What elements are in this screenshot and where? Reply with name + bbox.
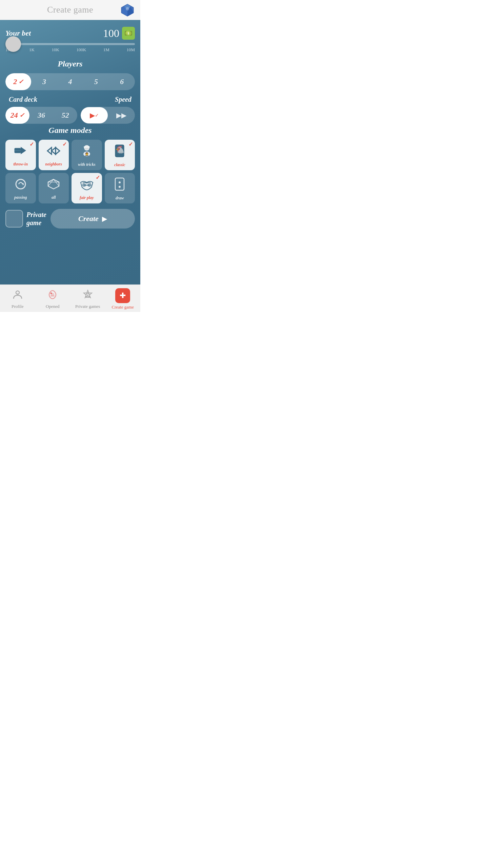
svg-point-16 bbox=[85, 146, 89, 150]
mode-classic[interactable]: ✓ 🐔 classic bbox=[105, 140, 135, 170]
slider-track bbox=[5, 43, 135, 45]
svg-marker-10 bbox=[21, 147, 26, 154]
passing-label: passing bbox=[14, 195, 27, 200]
svg-rect-31 bbox=[115, 178, 124, 190]
modes-grid: ✓ throw-in ✓ bbox=[5, 140, 135, 203]
draw-icon bbox=[115, 177, 125, 194]
private-game-wrap: Privategame bbox=[5, 210, 46, 228]
card-deck-label: Card deck bbox=[5, 96, 68, 103]
bottom-row: Privategame Create ▶ bbox=[5, 209, 135, 229]
player-option-2[interactable]: 2✓ bbox=[5, 73, 31, 90]
deck-option-36[interactable]: 36 bbox=[29, 107, 54, 124]
speed-option-fast[interactable]: ▶▶ bbox=[108, 107, 135, 123]
card-speed-labels: Card deck Speed bbox=[5, 96, 135, 103]
profile-nav-label: Profile bbox=[12, 304, 23, 309]
svg-point-33 bbox=[119, 186, 121, 188]
draw-label: draw bbox=[116, 196, 124, 201]
bet-value: 100 bbox=[103, 27, 119, 40]
classic-label: classic bbox=[114, 162, 125, 167]
svg-text:$: $ bbox=[128, 32, 129, 35]
create-game-icon: ✚ bbox=[115, 288, 130, 303]
passing-icon bbox=[15, 178, 27, 193]
svg-rect-17 bbox=[84, 146, 90, 147]
mode-draw[interactable]: draw bbox=[105, 173, 135, 203]
check-icon-fair-play: ✓ bbox=[96, 174, 100, 181]
svg-rect-11 bbox=[15, 150, 21, 151]
slider-label-10k: 10K bbox=[52, 47, 59, 53]
players-title: Players bbox=[5, 59, 135, 68]
player-option-4[interactable]: 4 bbox=[57, 73, 83, 90]
bottom-navigation: Profile Opened Private games ✚ bbox=[0, 284, 140, 312]
gem-icon bbox=[120, 3, 135, 18]
check-icon-neighbors: ✓ bbox=[62, 141, 67, 147]
private-game-label: Privategame bbox=[26, 211, 46, 227]
neighbors-label: neighbors bbox=[45, 162, 62, 167]
with-tricks-icon: 🤵 bbox=[80, 144, 93, 160]
svg-marker-13 bbox=[56, 147, 60, 154]
speed-options: ▶✓ ▶▶ bbox=[81, 107, 135, 124]
svg-point-37 bbox=[50, 292, 52, 294]
create-button-label: Create bbox=[78, 214, 99, 223]
player-option-6[interactable]: 6 bbox=[109, 73, 135, 90]
with-tricks-label: with tricks bbox=[78, 162, 96, 167]
opened-icon bbox=[47, 289, 58, 302]
svg-point-40 bbox=[87, 295, 88, 296]
speed-label: Speed bbox=[72, 96, 135, 103]
slider-label-10m: 10M bbox=[126, 47, 135, 53]
nav-profile[interactable]: Profile bbox=[0, 289, 35, 309]
player-option-5[interactable]: 5 bbox=[83, 73, 109, 90]
mode-fair-play[interactable]: ✓ fair play bbox=[72, 173, 102, 203]
slider-label-1m: 1M bbox=[103, 47, 109, 53]
slider-labels: 100 1K 10K 100K 1M 10M bbox=[5, 47, 135, 53]
players-section: Players 2✓ 3 4 5 6 bbox=[5, 59, 135, 90]
svg-text:🐔: 🐔 bbox=[115, 145, 125, 154]
check-icon-classic: ✓ bbox=[128, 141, 133, 147]
throw-in-icon bbox=[14, 145, 27, 160]
page-title: Create game bbox=[47, 5, 93, 15]
check-icon-2: ✓ bbox=[18, 78, 23, 85]
private-games-icon bbox=[82, 289, 93, 302]
create-button-arrow-icon: ▶ bbox=[102, 215, 107, 223]
svg-point-32 bbox=[119, 181, 121, 183]
nav-create-game[interactable]: ✚ Create game bbox=[105, 288, 141, 310]
game-modes-title: Game modes bbox=[5, 126, 135, 135]
all-label: all bbox=[52, 195, 56, 200]
nav-opened[interactable]: Opened bbox=[35, 289, 70, 309]
fair-play-icon bbox=[79, 178, 94, 193]
all-icon bbox=[47, 178, 60, 193]
header: Create game bbox=[0, 0, 140, 20]
opened-nav-label: Opened bbox=[46, 304, 59, 309]
slider-thumb[interactable] bbox=[5, 36, 21, 52]
svg-point-35 bbox=[17, 293, 19, 295]
game-modes-section: Game modes ✓ throw-in ✓ bbox=[5, 126, 135, 203]
check-icon-throw-in: ✓ bbox=[29, 141, 34, 147]
deck-options: 24✓ 36 52 bbox=[5, 107, 77, 124]
classic-icon: 🐔 bbox=[115, 144, 125, 160]
main-content: Your bet 100 $ 100 1K 10K bbox=[0, 20, 140, 284]
bet-slider[interactable] bbox=[5, 43, 135, 45]
private-games-nav-label: Private games bbox=[75, 304, 100, 309]
players-options: 2✓ 3 4 5 6 bbox=[5, 73, 135, 90]
throw-in-label: throw-in bbox=[13, 162, 28, 167]
mode-all[interactable]: all bbox=[39, 173, 69, 203]
fair-play-label: fair play bbox=[80, 195, 94, 200]
private-game-checkbox[interactable] bbox=[5, 210, 23, 228]
mode-neighbors[interactable]: ✓ neighbors bbox=[39, 140, 69, 170]
deck-option-52[interactable]: 52 bbox=[53, 107, 77, 124]
nav-private-games[interactable]: Private games bbox=[70, 289, 105, 309]
mode-with-tricks[interactable]: 🤵 with tricks bbox=[72, 140, 102, 170]
coin-icon: $ bbox=[122, 27, 135, 40]
speed-option-normal[interactable]: ▶✓ bbox=[81, 107, 108, 123]
mode-throw-in[interactable]: ✓ throw-in bbox=[5, 140, 36, 170]
neighbors-icon bbox=[46, 145, 61, 160]
deck-option-24[interactable]: 24✓ bbox=[5, 107, 29, 124]
svg-marker-23 bbox=[23, 183, 24, 185]
svg-point-4 bbox=[126, 7, 129, 11]
svg-marker-14 bbox=[52, 147, 56, 154]
create-game-nav-label: Create game bbox=[112, 304, 134, 310]
bet-section: Your bet 100 $ 100 1K 10K bbox=[5, 27, 135, 53]
bet-label: Your bet bbox=[5, 29, 31, 38]
mode-passing[interactable]: passing bbox=[5, 173, 36, 203]
player-option-3[interactable]: 3 bbox=[31, 73, 57, 90]
create-button[interactable]: Create ▶ bbox=[50, 209, 135, 229]
